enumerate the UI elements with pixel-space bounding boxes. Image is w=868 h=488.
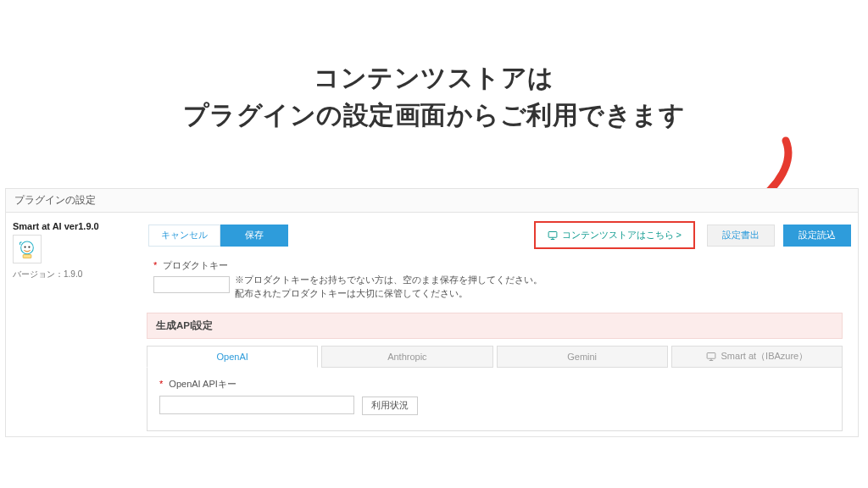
- monitor-icon: [548, 230, 558, 241]
- usage-status-button[interactable]: 利用状況: [362, 396, 418, 415]
- openai-api-key-label: OpenAI APIキー: [169, 379, 236, 389]
- export-settings-button[interactable]: 設定書出: [707, 225, 775, 247]
- tab-content-openai: * OpenAI APIキー 利用状況: [147, 368, 843, 432]
- product-key-help: ※プロダクトキーをお持ちでない方は、空のまま保存を押してください。 配布されたプ…: [235, 274, 542, 301]
- plugin-icon: [13, 235, 42, 263]
- tab-smart-at-ibazure[interactable]: Smart at（IBAzure）: [671, 346, 843, 368]
- headline-line-2: プラグインの設定画面からご利用できます: [0, 97, 868, 134]
- plugin-name: Smart at AI ver1.9.0: [13, 221, 125, 231]
- api-provider-tabs: OpenAI Anthropic Gemini Smart at（IBAzure…: [147, 346, 843, 368]
- top-toolbar: キャンセル 保存 コンテンツストアはこちら > 設定書出 設定読込: [133, 213, 851, 259]
- save-button[interactable]: 保存: [220, 225, 288, 247]
- tab-anthropic[interactable]: Anthropic: [321, 346, 492, 368]
- required-mark: *: [153, 260, 157, 270]
- panel-title-bar: プラグインの設定: [6, 189, 858, 213]
- svg-point-4: [28, 246, 30, 247]
- svg-point-2: [21, 241, 34, 254]
- svg-rect-6: [548, 231, 557, 237]
- plugin-settings-panel: プラグインの設定 Smart at AI ver1.9.0 バージョン：1.9.…: [5, 188, 859, 437]
- headline-line-1: コンテンツストアは: [0, 59, 868, 97]
- import-settings-button[interactable]: 設定読込: [783, 225, 851, 247]
- svg-rect-9: [707, 352, 715, 358]
- product-key-input[interactable]: [153, 276, 230, 293]
- required-mark: *: [159, 379, 163, 389]
- svg-rect-5: [23, 255, 31, 258]
- tab-gemini[interactable]: Gemini: [497, 346, 668, 368]
- tab-openai[interactable]: OpenAI: [147, 346, 318, 368]
- panel-title: プラグインの設定: [14, 193, 96, 208]
- monitor-icon: [706, 352, 716, 362]
- headline: コンテンツストアは プラグインの設定画面からご利用できます: [0, 59, 868, 133]
- svg-point-3: [24, 246, 25, 247]
- content-store-link-label: コンテンツストアはこちら >: [562, 229, 682, 241]
- api-section-header: 生成API設定: [147, 313, 843, 339]
- plugin-info: Smart at AI ver1.9.0 バージョン：1.9.0: [6, 213, 133, 436]
- cancel-button[interactable]: キャンセル: [148, 225, 220, 247]
- product-key-label: プロダクトキー: [163, 260, 228, 270]
- openai-api-key-input[interactable]: [159, 396, 354, 414]
- content-store-link[interactable]: コンテンツストアはこちら >: [541, 225, 688, 245]
- plugin-version: バージョン：1.9.0: [13, 269, 125, 280]
- product-key-row: * プロダクトキー ※プロダクトキーをお持ちでない方は、空のまま保存を押してくだ…: [133, 259, 851, 309]
- store-link-highlight: コンテンツストアはこちら >: [534, 221, 695, 249]
